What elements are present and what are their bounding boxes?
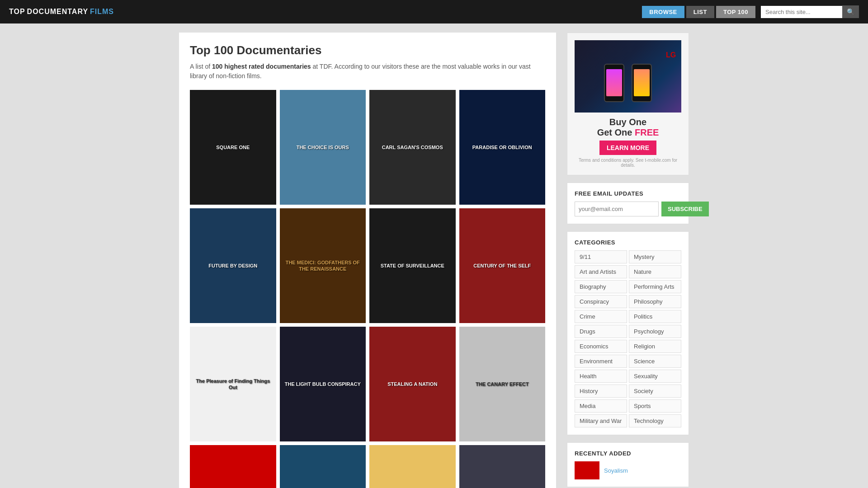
category-item[interactable]: Media (575, 399, 627, 413)
list-button[interactable]: LIST (686, 6, 714, 18)
film-title: CHILDREN FULL OF LIFE (369, 445, 456, 488)
categories-title: CATEGORIES (575, 239, 681, 246)
category-item[interactable]: Nature (629, 265, 681, 278)
film-title: THE CANARY EFFECT (459, 327, 546, 441)
category-item[interactable]: Environment (575, 355, 627, 368)
email-section-title: FREE EMAIL UPDATES (575, 190, 681, 197)
search-input[interactable] (761, 6, 842, 18)
recent-items: Soyalism (575, 461, 681, 479)
ad-headline: Buy OneGet One FREE (597, 117, 659, 138)
film-thumbnail[interactable]: SQUARE ONE (190, 90, 276, 205)
film-title: THE MEDICI: GODFATHERS OF THE RENAISSANC… (280, 208, 366, 323)
desc-prefix: A list of (190, 63, 212, 70)
category-item[interactable]: Military and War (575, 414, 627, 427)
film-thumbnail[interactable]: CARL SAGAN'S COSMOS (369, 90, 456, 205)
film-thumbnail[interactable]: BANAZ: A LOVE STORY (459, 445, 546, 488)
page-description: A list of 100 highest rated documentarie… (190, 62, 545, 81)
film-thumbnail[interactable]: PROPAGANDA (190, 445, 276, 488)
category-item[interactable]: Drugs (575, 325, 627, 338)
categories-grid: 9/11MysteryArt and ArtistsNatureBiograph… (575, 250, 681, 427)
category-item[interactable]: Technology (629, 414, 681, 427)
recently-added-item: Soyalism (575, 461, 681, 479)
logo-top: TOP (9, 8, 25, 16)
site-logo[interactable]: TOP DOCUMENTARY FILMS (9, 8, 114, 16)
layout: Top 100 Documentaries A list of 100 high… (172, 23, 696, 488)
category-item[interactable]: Performing Arts (629, 280, 681, 293)
film-thumbnail[interactable]: WAKING LIFE (280, 445, 366, 488)
category-item[interactable]: Sexuality (629, 370, 681, 383)
email-form: SUBSCRIBE (575, 202, 681, 216)
category-item[interactable]: Health (575, 370, 627, 383)
film-thumbnail[interactable]: THE CHOICE IS OURS (280, 90, 366, 205)
film-title: FUTURE BY DESIGN (190, 208, 276, 323)
logo-films: FILMS (90, 8, 114, 16)
film-thumbnail[interactable]: CENTURY OF THE SELF (459, 208, 546, 323)
film-thumbnail[interactable]: CHILDREN FULL OF LIFE (369, 445, 456, 488)
recent-label[interactable]: Soyalism (604, 467, 628, 474)
film-title: THE LIGHT BULB CONSPIRACY (280, 327, 366, 441)
page-title: Top 100 Documentaries (190, 43, 545, 57)
browse-button[interactable]: BROWSE (642, 6, 684, 18)
film-thumbnail[interactable]: THE CANARY EFFECT (459, 327, 546, 441)
recently-added-section: RECENTLY ADDED Soyalism (567, 442, 689, 487)
film-title: BANAZ: A LOVE STORY (459, 445, 546, 488)
logo-documentary: DOCUMENTARY (27, 8, 88, 16)
category-item[interactable]: Sports (629, 399, 681, 413)
film-title: SQUARE ONE (190, 90, 276, 205)
film-title: WAKING LIFE (280, 445, 366, 488)
category-item[interactable]: Psychology (629, 325, 681, 338)
film-title: The Pleasure of Finding Things Out (190, 327, 276, 441)
film-title: STEALING A NATION (369, 327, 456, 441)
category-item[interactable]: Politics (629, 310, 681, 323)
recent-thumbnail (575, 461, 599, 479)
category-item[interactable]: Philosophy (629, 295, 681, 308)
categories-section: CATEGORIES 9/11MysteryArt and ArtistsNat… (567, 231, 689, 435)
category-item[interactable]: Mystery (629, 250, 681, 263)
film-thumbnail[interactable]: STATE OF SURVEILLANCE (369, 208, 456, 323)
desc-bold: 100 highest rated documentaries (212, 63, 311, 70)
ad-image: LG (575, 40, 681, 113)
film-title: THE CHOICE IS OURS (280, 90, 366, 205)
film-thumbnail[interactable]: THE LIGHT BULB CONSPIRACY (280, 327, 366, 441)
film-title: CENTURY OF THE SELF (459, 208, 546, 323)
subscribe-button[interactable]: SUBSCRIBE (661, 202, 709, 216)
search-button[interactable]: 🔍 (842, 5, 859, 18)
search-wrap: 🔍 (761, 5, 859, 18)
film-title: STATE OF SURVEILLANCE (369, 208, 456, 323)
category-item[interactable]: Religion (629, 340, 681, 353)
ad-sub: Terms and conditions apply. See t-mobile… (575, 158, 681, 168)
film-thumbnail[interactable]: THE MEDICI: GODFATHERS OF THE RENAISSANC… (280, 208, 366, 323)
recently-title: RECENTLY ADDED (575, 450, 681, 457)
film-thumbnail[interactable]: PARADISE OR OBLIVION (459, 90, 546, 205)
film-grid: SQUARE ONETHE CHOICE IS OURSCARL SAGAN'S… (190, 90, 545, 488)
header: TOP DOCUMENTARY FILMS BROWSE LIST TOP 10… (0, 0, 868, 23)
email-section: FREE EMAIL UPDATES SUBSCRIBE (567, 183, 689, 224)
category-item[interactable]: Art and Artists (575, 265, 627, 278)
category-item[interactable]: Conspiracy (575, 295, 627, 308)
category-item[interactable]: History (575, 385, 627, 398)
film-title: PROPAGANDA (190, 445, 276, 488)
category-item[interactable]: Biography (575, 280, 627, 293)
email-input[interactable] (575, 202, 659, 216)
film-thumbnail[interactable]: The Pleasure of Finding Things Out (190, 327, 276, 441)
film-thumbnail[interactable]: STEALING A NATION (369, 327, 456, 441)
navigation: BROWSE LIST TOP 100 🔍 (642, 5, 859, 18)
category-item[interactable]: Crime (575, 310, 627, 323)
category-item[interactable]: Science (629, 355, 681, 368)
category-item[interactable]: Economics (575, 340, 627, 353)
category-item[interactable]: Society (629, 385, 681, 398)
ad-cta-button[interactable]: LEARN MORE (599, 141, 656, 155)
top100-button[interactable]: TOP 100 (716, 6, 755, 18)
advertisement: LG Buy OneGet One FREE LEARN MORE Terms … (567, 33, 689, 175)
main-content: Top 100 Documentaries A list of 100 high… (179, 33, 556, 488)
film-title: PARADISE OR OBLIVION (459, 90, 546, 205)
sidebar: LG Buy OneGet One FREE LEARN MORE Terms … (567, 33, 689, 488)
film-title: CARL SAGAN'S COSMOS (369, 90, 456, 205)
category-item[interactable]: 9/11 (575, 250, 627, 263)
film-thumbnail[interactable]: FUTURE BY DESIGN (190, 208, 276, 323)
